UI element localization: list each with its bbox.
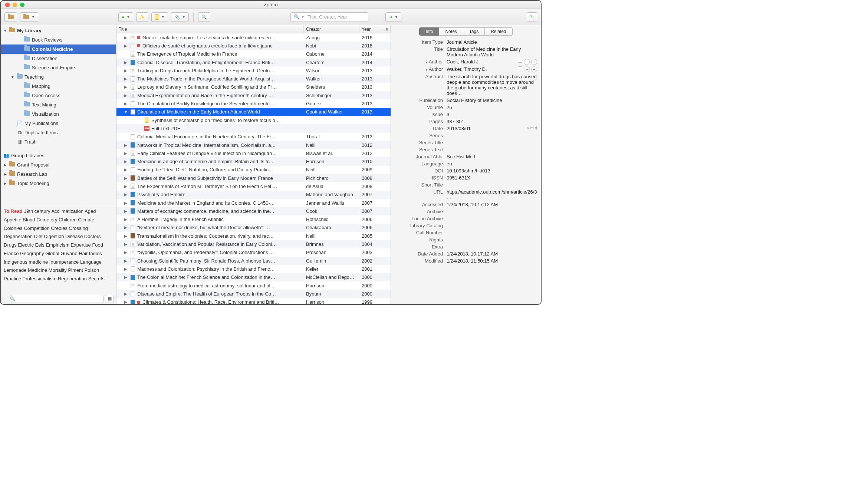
disclosure-right-icon[interactable]: ▶ bbox=[123, 184, 128, 188]
advanced-search-button[interactable]: 🔍 bbox=[198, 12, 210, 22]
tab-tags[interactable]: Tags bbox=[463, 27, 485, 36]
item-row[interactable]: ▶Variolation, Vaccination and Popular Re… bbox=[116, 240, 391, 248]
new-note-button[interactable]: ▼ bbox=[151, 12, 168, 22]
disclosure-right-icon[interactable]: ▶ bbox=[123, 192, 128, 197]
tag[interactable]: Guyane bbox=[60, 251, 79, 256]
tag[interactable]: Doctors bbox=[84, 234, 101, 239]
tag[interactable]: Professionalism bbox=[23, 276, 58, 281]
tag[interactable]: Hair bbox=[79, 251, 89, 256]
tag[interactable]: Empiricism bbox=[46, 242, 70, 248]
disclosure-right-icon[interactable]: ▶ bbox=[123, 143, 128, 147]
disclosure-right-icon[interactable]: ▶ bbox=[123, 36, 128, 40]
item-row[interactable]: ▶Guerre, maladie, empire. Les services d… bbox=[116, 33, 391, 42]
value-journal-abbr[interactable]: Soc Hist Med bbox=[447, 154, 537, 159]
new-library-button[interactable]: ▼ bbox=[20, 12, 38, 22]
tag[interactable]: Intemperance bbox=[49, 259, 80, 265]
disclosure-right-icon[interactable]: ▶ bbox=[123, 234, 128, 238]
item-row[interactable]: ▶Battles of the Self: War and Subjectivi… bbox=[116, 174, 391, 182]
sidebar-item[interactable]: ▼Teaching bbox=[1, 72, 116, 82]
tag[interactable]: Competition bbox=[24, 225, 51, 231]
sidebar-item[interactable]: Dissertation bbox=[1, 54, 116, 63]
item-row[interactable]: ▶Colonial Disease, Translation, and Enli… bbox=[116, 58, 391, 66]
disclosure-right-icon[interactable]: ▶ bbox=[123, 85, 128, 89]
tag[interactable]: Aged bbox=[85, 208, 96, 214]
tag[interactable]: Acclimatization bbox=[51, 208, 85, 214]
item-row[interactable]: ▶Matters of exchange: commerce, medicine… bbox=[116, 207, 391, 215]
tag[interactable]: Poison bbox=[85, 267, 99, 273]
tag[interactable]: Electric Eels bbox=[18, 242, 46, 248]
tag[interactable]: Crossing bbox=[69, 225, 88, 231]
my-library[interactable]: ▼ My Library bbox=[1, 26, 116, 35]
item-row[interactable]: ▶Finding the "Ideal Diet": Nutrition, Cu… bbox=[116, 166, 391, 174]
tag[interactable]: Language bbox=[80, 259, 102, 265]
item-row[interactable]: ▶"Neither of meate nor drinke, but what … bbox=[116, 224, 391, 232]
group-item[interactable]: ▶Research Lab bbox=[1, 169, 116, 179]
item-row[interactable]: PDFFull Text PDF bbox=[116, 124, 391, 132]
value-date[interactable]: 2013/08/01 bbox=[447, 126, 523, 131]
item-row[interactable]: Colonial Medical Encounters in the Ninet… bbox=[116, 133, 391, 141]
tag[interactable]: Geography bbox=[20, 251, 45, 256]
item-row[interactable]: The Emergence of Tropical Medicine in Fr… bbox=[116, 50, 391, 58]
value-volume[interactable]: 26 bbox=[447, 105, 537, 110]
disclosure-right-icon[interactable]: ▶ bbox=[123, 201, 128, 205]
column-year[interactable]: Year⌄ ⊞ bbox=[359, 25, 391, 33]
tag[interactable]: Indies bbox=[89, 251, 102, 256]
sidebar-item[interactable]: Text Mining bbox=[1, 100, 116, 109]
item-row[interactable]: ▶The Circulation of Bodily Knowledge in … bbox=[116, 99, 391, 108]
column-creator[interactable]: Creator bbox=[304, 25, 359, 33]
tag[interactable]: Drugs bbox=[4, 242, 18, 248]
tag[interactable]: Lemonade bbox=[4, 267, 28, 273]
disclosure-down-icon[interactable]: ▼ bbox=[123, 110, 128, 114]
disclosure-right-icon[interactable]: ▶ bbox=[123, 267, 128, 271]
item-row[interactable]: ▶Officiers de santé et soignantes créole… bbox=[116, 42, 391, 50]
tag[interactable]: Food bbox=[92, 242, 103, 248]
tab-info[interactable]: Info bbox=[419, 27, 439, 36]
sidebar-item[interactable]: Open Access bbox=[1, 91, 116, 100]
quick-search-input[interactable]: 🔍▼ Title, Creator, Year bbox=[290, 12, 368, 22]
value-accessed[interactable]: 1/24/2018, 10:17:12 AM bbox=[447, 202, 537, 207]
item-row[interactable]: ▶The Medicines Trade in the Portuguese A… bbox=[116, 75, 391, 83]
item-row[interactable]: ▶Networks in Tropical Medicine: Internat… bbox=[116, 141, 391, 149]
disclosure-right-icon[interactable]: ▶ bbox=[123, 168, 128, 172]
item-row[interactable]: From medical astrology to medical astron… bbox=[116, 281, 391, 290]
sidebar-item[interactable]: Science and Empire bbox=[1, 63, 116, 72]
disclosure-right-icon[interactable]: ▶ bbox=[123, 259, 128, 263]
disclosure-right-icon[interactable]: ▶ bbox=[123, 217, 128, 221]
tag[interactable]: France bbox=[4, 251, 20, 256]
item-row[interactable]: ▶Leprosy and Slavery in Suriname: Godfri… bbox=[116, 83, 391, 91]
disclosure-right-icon[interactable]: ▶ bbox=[123, 209, 128, 213]
tag[interactable]: Practice bbox=[4, 276, 23, 281]
add-author-button[interactable]: + bbox=[531, 66, 537, 72]
value-pages[interactable]: 337-351 bbox=[447, 119, 537, 124]
disclosure-right-icon[interactable]: ▶ bbox=[123, 102, 128, 106]
item-row[interactable]: ▼Circulation of Medicine in the Early Mo… bbox=[116, 108, 391, 116]
disclosure-right-icon[interactable]: ▶ bbox=[123, 292, 128, 296]
disclosure-right-icon[interactable]: ▶ bbox=[123, 176, 128, 180]
disclosure-right-icon[interactable]: ▶ bbox=[123, 44, 128, 48]
disclosure-right-icon[interactable]: ▶ bbox=[123, 159, 128, 164]
sidebar-item[interactable]: Mapping bbox=[1, 82, 116, 91]
tag[interactable]: Colonies bbox=[4, 225, 24, 231]
tag[interactable]: Indigenous medicine bbox=[4, 259, 49, 265]
sidebar-item[interactable]: Visualization bbox=[1, 109, 116, 119]
tag[interactable]: Appetite bbox=[4, 217, 23, 222]
disclosure-right-icon[interactable]: ▶ bbox=[123, 60, 128, 65]
tag[interactable]: Digestion bbox=[44, 234, 65, 239]
value-url[interactable]: https://academic.oup.com/shm/article/26/… bbox=[447, 189, 537, 200]
tab-notes[interactable]: Notes bbox=[439, 27, 463, 36]
sync-button[interactable]: ↻ bbox=[527, 12, 537, 22]
tag[interactable]: Secrets bbox=[88, 276, 105, 281]
sidebar-item[interactable]: Book Reviews bbox=[1, 35, 116, 44]
item-row[interactable]: ▶The Colonial Machine: French Science an… bbox=[116, 273, 391, 281]
tag[interactable]: Blood bbox=[23, 217, 36, 222]
value-author-1[interactable]: Cook, Harold J. bbox=[447, 59, 514, 65]
add-author-button[interactable]: + bbox=[531, 59, 537, 65]
disclosure-right-icon[interactable]: ▶ bbox=[123, 242, 128, 246]
value-item-type[interactable]: Journal Article bbox=[447, 39, 537, 45]
item-row[interactable]: ▶Medicine in an age of commerce and empi… bbox=[116, 157, 391, 165]
tag[interactable]: Cemetery bbox=[36, 217, 59, 222]
tag[interactable]: Piment bbox=[68, 267, 84, 273]
item-row[interactable]: ▶Climates & Constitutions: Health, Race,… bbox=[116, 298, 391, 304]
item-row[interactable]: ▶Early Clinical Features of Dengue Virus… bbox=[116, 149, 391, 157]
tag[interactable]: Degeneration bbox=[4, 234, 34, 239]
